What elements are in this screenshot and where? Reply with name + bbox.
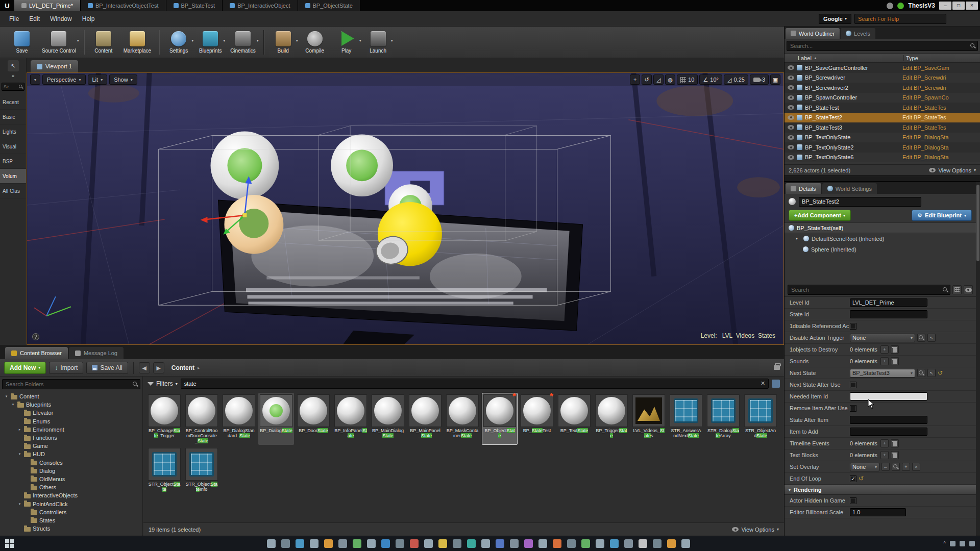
- folder-game[interactable]: Game: [2, 442, 140, 450]
- taskbar-app-icon[interactable]: [639, 539, 647, 548]
- folder-consoles[interactable]: Consoles: [2, 459, 140, 467]
- clear-icon[interactable]: ×: [912, 463, 920, 471]
- taskbar-app-icon[interactable]: [381, 539, 390, 548]
- perspective-dropdown[interactable]: Perspective▾: [42, 74, 86, 85]
- property-checkbox[interactable]: [850, 405, 856, 412]
- mode-category-visual[interactable]: Visual: [0, 139, 26, 154]
- actor-type-link[interactable]: Edit BP_StateTes: [902, 105, 977, 111]
- asset-tile[interactable]: BP_ChangeState_Trigger: [146, 393, 182, 445]
- asset-tile[interactable]: BP_DialogStandard_State: [221, 393, 257, 445]
- details-scrollbar[interactable]: [976, 182, 980, 536]
- outliner-row[interactable]: BP_Screwdriver2Edit BP_Screwdri: [785, 83, 980, 93]
- property-checkbox[interactable]: [850, 323, 856, 330]
- outliner-row[interactable]: BP_TextOnlyState2Edit BP_DialogSta: [785, 142, 980, 153]
- folder-elevator[interactable]: Elevator: [2, 409, 140, 417]
- property-text-input[interactable]: [850, 310, 927, 318]
- sphere-actor-tan[interactable]: [224, 195, 283, 254]
- folder-oldmenus[interactable]: OldMenus: [2, 475, 140, 483]
- add-component-button[interactable]: +Add Component ▾: [789, 210, 851, 221]
- add-element-icon[interactable]: +: [880, 439, 889, 447]
- search-icon[interactable]: [917, 334, 925, 342]
- expand-panel-icon[interactable]: »: [0, 73, 26, 79]
- outliner-column-header[interactable]: Label▲ Type: [785, 53, 980, 63]
- rotation-snap-control[interactable]: ∠ 10°: [699, 74, 722, 85]
- asset-tile[interactable]: BP_TriggerState: [594, 393, 629, 445]
- start-button[interactable]: [5, 539, 14, 548]
- component-row[interactable]: BP_StateTest(self): [785, 222, 976, 233]
- taskbar-app-icon[interactable]: [553, 539, 561, 548]
- search-engine-dropdown[interactable]: Google ▾: [819, 14, 851, 24]
- property-spinner[interactable]: 1.0: [850, 508, 906, 516]
- asset-search-input[interactable]: [181, 379, 769, 389]
- mode-category-basic[interactable]: Basic: [0, 110, 26, 124]
- menu-edit[interactable]: Edit: [24, 13, 45, 24]
- blueprints-button[interactable]: Blueprints▾: [194, 28, 226, 57]
- tab-world-outliner[interactable]: World Outliner: [786, 28, 840, 39]
- outliner-row[interactable]: BP_StateTestEdit BP_StateTes: [785, 103, 980, 113]
- viewport-tab[interactable]: Viewport 1: [31, 60, 78, 72]
- search-icon[interactable]: [892, 463, 900, 471]
- save-button[interactable]: Save: [6, 28, 38, 57]
- section-header-rendering[interactable]: ▾Rendering: [785, 485, 976, 495]
- maximize-viewport-icon[interactable]: ▣: [770, 74, 780, 85]
- folder-hud[interactable]: ▾HUD: [2, 450, 140, 458]
- visibility-eye-icon[interactable]: [788, 85, 794, 90]
- component-row[interactable]: ▾DefaultSceneRoot (Inherited): [785, 233, 976, 244]
- display-filter-eye-icon[interactable]: [964, 285, 973, 294]
- breadcrumb-content[interactable]: Content: [172, 364, 194, 371]
- pick-asset-icon[interactable]: ↖: [927, 334, 936, 342]
- taskbar-app-icon[interactable]: [367, 539, 376, 548]
- asset-tile[interactable]: BP_MaskContainerState: [445, 393, 480, 445]
- asset-tile[interactable]: STR_ObjectStateInfo: [184, 446, 219, 493]
- asset-tile[interactable]: BP_MainPanel_State: [407, 393, 443, 445]
- asset-tile[interactable]: BP_MainDialogState: [370, 393, 406, 445]
- property-text-input[interactable]: [850, 416, 927, 424]
- actor-type-link[interactable]: Edit BP_Screwdri: [902, 85, 977, 91]
- source-control-button[interactable]: Source Control▾: [38, 28, 80, 57]
- asset-tile[interactable]: BP_DialogState: [258, 393, 294, 445]
- taskbar-app-icon[interactable]: [653, 539, 662, 548]
- visibility-eye-icon[interactable]: [788, 65, 794, 70]
- content-view-options[interactable]: View Options ▾: [732, 527, 779, 533]
- property-text-input[interactable]: [850, 298, 927, 307]
- taskbar-app-icon[interactable]: [338, 539, 347, 548]
- tray-icon[interactable]: [950, 541, 955, 546]
- lock-icon[interactable]: [774, 365, 780, 370]
- grid-snap-control[interactable]: 10: [677, 74, 698, 85]
- asset-tile[interactable]: STR_AnswerAndNextState: [668, 393, 704, 445]
- actor-type-link[interactable]: Edit BP_DialogSta: [902, 134, 977, 140]
- visibility-eye-icon[interactable]: [788, 135, 794, 140]
- window-tab[interactable]: LVL_DET_Prime*: [14, 0, 81, 11]
- settings-button[interactable]: Settings▾: [163, 28, 194, 57]
- outliner-row[interactable]: BP_SpawnControllerEdit BP_SpawnCo: [785, 93, 980, 103]
- tray-icon[interactable]: [960, 541, 965, 546]
- property-text-input[interactable]: [850, 392, 927, 400]
- scrollbar-thumb[interactable]: [976, 185, 979, 261]
- folder-states[interactable]: States: [2, 516, 140, 524]
- tab-levels[interactable]: Levels: [841, 28, 875, 39]
- label-column-header[interactable]: Label: [798, 55, 812, 61]
- folder-structs[interactable]: Structs: [2, 524, 140, 533]
- taskbar-app-icon[interactable]: [496, 539, 504, 548]
- actor-type-link[interactable]: Edit BP_DialogSta: [902, 144, 977, 151]
- delete-elements-icon[interactable]: [891, 345, 899, 354]
- folder-others[interactable]: Others: [2, 483, 140, 491]
- reset-to-default-icon[interactable]: ↺: [859, 475, 864, 482]
- property-matrix-icon[interactable]: [952, 285, 962, 294]
- folder-enums[interactable]: Enums: [2, 417, 140, 425]
- taskbar-app-icon[interactable]: [310, 539, 318, 548]
- window-tab[interactable]: BP_InteractiveObject: [223, 0, 298, 11]
- actor-type-link[interactable]: Edit BP_StateTes: [902, 124, 977, 131]
- taskbar-app-icon[interactable]: [324, 539, 333, 548]
- actor-type-link[interactable]: Edit BP_Screwdri: [902, 74, 977, 81]
- menu-help[interactable]: Help: [77, 13, 100, 24]
- folder-interactiveobjects[interactable]: InteractiveObjects: [2, 491, 140, 499]
- taskbar-app-icon[interactable]: [567, 539, 576, 548]
- taskbar-app-icon[interactable]: [396, 539, 404, 548]
- taskbar-app-icon[interactable]: [510, 539, 519, 548]
- tab-world-settings[interactable]: World Settings: [822, 183, 877, 194]
- translate-tool-icon[interactable]: +: [630, 74, 640, 85]
- maximize-button[interactable]: □: [952, 2, 965, 10]
- type-column-header[interactable]: Type: [903, 55, 980, 61]
- outliner-search-input[interactable]: [787, 41, 978, 51]
